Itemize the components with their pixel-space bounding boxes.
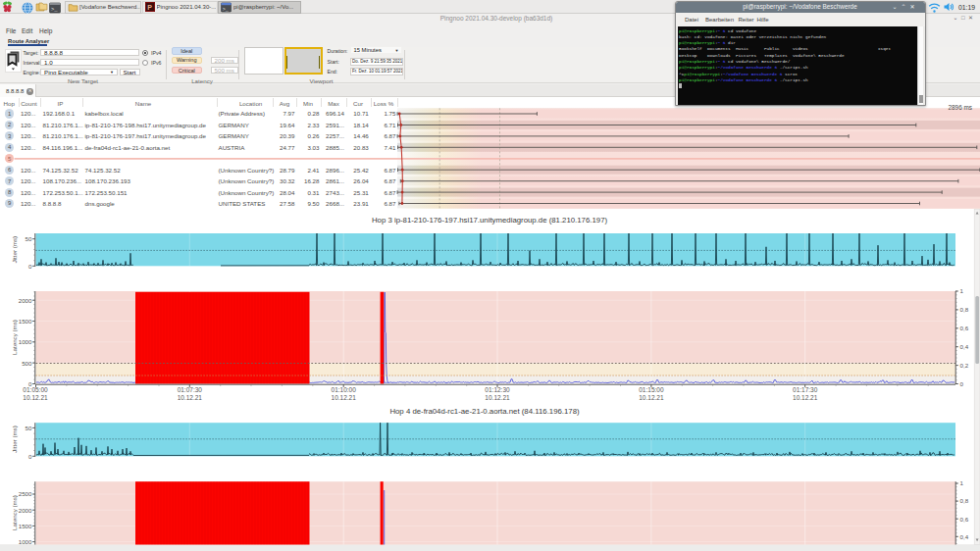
- svg-text:0: 0: [960, 380, 964, 387]
- svg-text:01:05:00: 01:05:00: [23, 386, 48, 393]
- svg-text:0,8: 0,8: [960, 497, 969, 504]
- svg-text:10.12.21: 10.12.21: [639, 394, 664, 401]
- svg-text:10.12.21: 10.12.21: [178, 394, 203, 401]
- svg-text:01:15:00: 01:15:00: [639, 386, 664, 393]
- svg-text:1: 1: [960, 479, 964, 486]
- svg-text:1000: 1000: [19, 338, 32, 345]
- svg-text:0,6: 0,6: [960, 516, 969, 523]
- svg-text:0,4: 0,4: [960, 533, 969, 540]
- svg-text:>_: >_: [51, 6, 58, 13]
- svg-text:2500: 2500: [19, 490, 32, 497]
- svg-text:01:10:00: 01:10:00: [332, 386, 357, 393]
- svg-text:Jitter (ms): Jitter (ms): [11, 426, 18, 453]
- svg-text:01:12:30: 01:12:30: [485, 386, 510, 393]
- svg-text:0,8: 0,8: [960, 306, 969, 313]
- svg-text:2000: 2000: [19, 507, 32, 514]
- svg-text:0,4: 0,4: [960, 343, 969, 350]
- svg-text:10.12.21: 10.12.21: [485, 394, 510, 401]
- svg-text:Latency (ms): Latency (ms): [11, 320, 18, 355]
- svg-text:Jitter (ms): Jitter (ms): [11, 236, 18, 264]
- svg-text:10.12.21: 10.12.21: [332, 394, 357, 401]
- svg-text:Hop 3 ip-81-210-176-197.hsi17.: Hop 3 ip-81-210-176-197.hsi17.unitymedia…: [372, 216, 608, 225]
- svg-text:01:17:30: 01:17:30: [793, 386, 818, 393]
- svg-text:0,6: 0,6: [960, 325, 969, 331]
- svg-text:0: 0: [28, 453, 32, 460]
- svg-text:10.12.21: 10.12.21: [23, 394, 48, 401]
- svg-text:1500: 1500: [19, 318, 32, 325]
- svg-text:10.12.21: 10.12.21: [793, 394, 818, 401]
- svg-text:50: 50: [26, 425, 32, 431]
- svg-text:Hop 4 de-fra04d-rc1-ae-21-0.ao: Hop 4 de-fra04d-rc1-ae-21-0.aorta.net (8…: [389, 407, 580, 416]
- svg-text:01:07:30: 01:07:30: [178, 386, 203, 393]
- svg-text:1: 1: [960, 287, 964, 294]
- svg-text:0,2: 0,2: [960, 362, 969, 369]
- svg-text:50: 50: [26, 235, 32, 242]
- svg-text:1500: 1500: [19, 523, 32, 529]
- svg-text:0: 0: [28, 263, 32, 270]
- svg-text:500: 500: [22, 360, 32, 367]
- svg-text:2000: 2000: [19, 297, 32, 304]
- svg-text:>_: >_: [223, 6, 230, 12]
- svg-text:Latency (ms): Latency (ms): [11, 495, 18, 530]
